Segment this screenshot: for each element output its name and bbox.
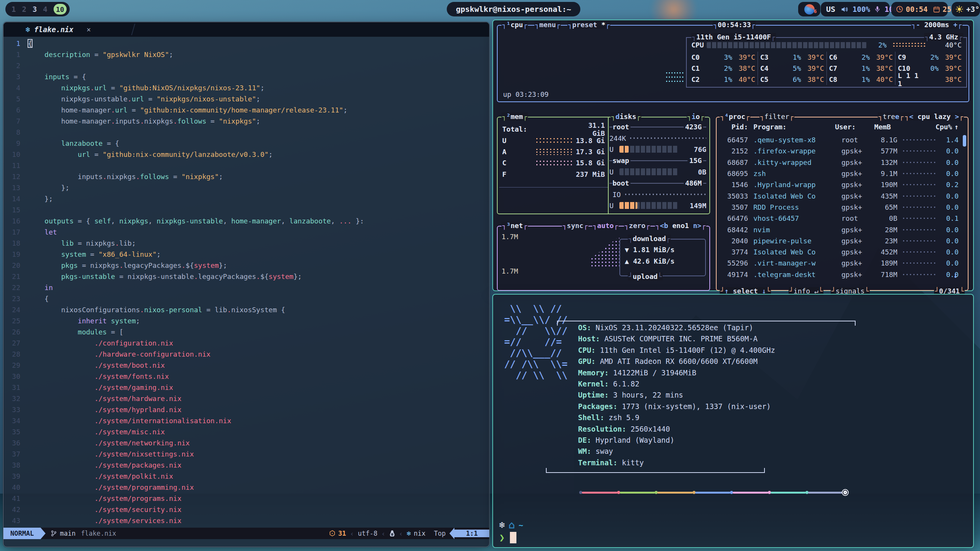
tray-browser-icon[interactable]: 6: [798, 2, 820, 16]
editor-line[interactable]: 1{: [3, 38, 489, 49]
editor-line[interactable]: 15: [3, 204, 489, 215]
editor-line[interactable]: 18 lib = nixpkgs.lib;: [3, 238, 489, 249]
kitty-terminal-window[interactable]: ❄ flake.nix × 1{1 description = "gpskwlk…: [3, 22, 490, 547]
process-row[interactable]: 68442nvimgpsk+28M0.0: [720, 224, 959, 235]
workspace-2[interactable]: 2: [22, 5, 26, 13]
workspace-4[interactable]: 4: [43, 5, 47, 13]
editor-line[interactable]: 2: [3, 60, 489, 71]
editor-line[interactable]: 20 pkgs = nixpkgs.legacyPackages.${syste…: [3, 260, 489, 271]
proc-panel-title[interactable]: ┐⁴proc┌: [720, 112, 750, 121]
editor-line[interactable]: 14 };: [3, 193, 489, 204]
neofetch-window[interactable]: \\ \\ // =\\__\\/ // // \\// =// //= //\…: [492, 294, 974, 548]
editor-line[interactable]: 39 ./system/polkit.nix: [3, 471, 489, 482]
net-panel-title[interactable]: ┐³net┌: [501, 222, 528, 230]
sun-icon: [956, 5, 963, 13]
editor-line[interactable]: 17 let: [3, 227, 489, 238]
editor-line[interactable]: 37 ./system/nixsettings.nix: [3, 448, 489, 460]
editor-line[interactable]: 13 };: [3, 182, 489, 193]
process-row[interactable]: 2040pipewire-pulsegpsk+23M0.0: [720, 235, 959, 246]
process-row[interactable]: 66476vhost-66457root0B0.1: [720, 213, 959, 224]
disks-toggle[interactable]: ┐disks┌: [611, 112, 641, 121]
process-row[interactable]: 55296.virt-manager-wgpsk+189M0.0: [720, 258, 959, 269]
scroll-more-icon[interactable]: ↓: [953, 271, 958, 280]
editor-line[interactable]: 21 pkgs-unstable = nixpkgs-unstable.lega…: [3, 271, 489, 282]
process-row[interactable]: 3507RDD Processgpsk+65M0.0: [720, 202, 959, 213]
btop-window[interactable]: ┐¹cpu┌ ┐menu┌ ┐preset *┌ ┐00:54:33┌ ┐- 2…: [492, 20, 974, 291]
filter-button[interactable]: ┐filter┌: [760, 112, 794, 121]
color-segment: [695, 492, 731, 494]
editor-line[interactable]: 38 ./system/packages.nix: [3, 460, 489, 471]
editor-line[interactable]: 41 ./system/programs.nix: [3, 493, 489, 504]
menu-button[interactable]: ┐menu┌: [534, 21, 561, 29]
editor-line[interactable]: 32 ./system/hardware.nix: [3, 393, 489, 404]
net-sync-button[interactable]: ┐sync┌: [562, 222, 588, 230]
process-row[interactable]: 68695zshgpsk+9.1M0.0: [720, 168, 959, 179]
process-row[interactable]: 1546.Hyprland-wrappgpsk+190M0.2: [720, 179, 959, 190]
keyboard-layout[interactable]: US: [826, 5, 835, 14]
editor-line[interactable]: 25 inherit system;: [3, 315, 489, 326]
tray-audio-group[interactable]: US 100% 100%: [821, 2, 890, 16]
editor-line[interactable]: 27 ./configuration.nix: [3, 337, 489, 349]
preset-button[interactable]: ┐preset *┌: [567, 21, 610, 29]
workspace-3[interactable]: 3: [33, 5, 37, 13]
proc-scrollbar[interactable]: [963, 135, 966, 147]
editor-lines[interactable]: 1{1 description = "gpskwlkr NixOS";23 in…: [3, 37, 489, 526]
editor-line[interactable]: 7 home-manager.inputs.nixpkgs.follows = …: [3, 116, 489, 127]
net-auto-button[interactable]: ┐auto┌: [592, 222, 619, 230]
net-zero-button[interactable]: ┐zero┌: [624, 222, 650, 230]
editor-line[interactable]: 12 inputs.nixpkgs.follows = "nixpkgs";: [3, 171, 489, 182]
tray-clock-group[interactable]: 00:54 25/03: [891, 2, 948, 16]
core-row: C21%40°C: [691, 74, 755, 85]
editor-line[interactable]: 10 url = "github:nix-community/lanzaboot…: [3, 149, 489, 160]
editor-line[interactable]: 26 modules = [: [3, 326, 489, 337]
tab-flake-nix[interactable]: ❄ flake.nix ×: [3, 22, 134, 37]
process-row[interactable]: 49174.telegram-desktgpsk+718M0.0: [720, 269, 959, 280]
editor-line[interactable]: 1 description = "gpskwlkr NixOS";: [3, 49, 489, 60]
io-toggle[interactable]: ┐io┌: [687, 112, 705, 121]
system-info: OS: NixOS 23.11.20240322.56528ee (Tapir)…: [578, 322, 775, 468]
editor-line[interactable]: 30 ./system/fonts.nix: [3, 371, 489, 382]
tray-weather[interactable]: +3°: [952, 2, 980, 16]
net-interface-selector[interactable]: ┐<b eno1 n>┌: [655, 222, 706, 230]
workspace-1[interactable]: 1: [11, 5, 16, 13]
editor-line[interactable]: 19 system = "x86_64-linux";: [3, 249, 489, 260]
editor-line[interactable]: 29 ./system/boot.nix: [3, 360, 489, 371]
editor-line[interactable]: 9 lanzaboote = {: [3, 138, 489, 149]
tree-button[interactable]: ┐tree┌: [878, 112, 904, 121]
workspace-10[interactable]: 10: [54, 4, 67, 15]
editor-line[interactable]: 4 nixpkgs.url = "github:NixOS/nixpkgs/ni…: [3, 82, 489, 93]
sort-selector[interactable]: ┐< cpu lazy >┌: [904, 112, 964, 121]
process-row[interactable]: 66457.qemu-system-x8root8.1G1.4: [720, 134, 959, 145]
editor-line[interactable]: 3 inputs = {: [3, 71, 489, 82]
disk-root-io: 244K: [609, 132, 706, 143]
editor-line[interactable]: 33 ./system/hyprland.nix: [3, 404, 489, 415]
proc-header-row[interactable]: Pid: Program: User: MemB Cpu% ↑: [720, 123, 959, 131]
editor-line[interactable]: 42 ./system/security.nix: [3, 504, 489, 515]
editor-line[interactable]: 8: [3, 127, 489, 138]
editor-line[interactable]: 35 ./system/misc.nix: [3, 426, 489, 437]
editor-line[interactable]: 43 ./system/services.nix: [3, 515, 489, 526]
editor-line[interactable]: 6 home-manager.url = "github:nix-communi…: [3, 104, 489, 116]
process-row[interactable]: 2152.firefox-wrappegpsk+577M0.0: [720, 145, 959, 156]
editor-line[interactable]: 24 nixosConfigurations.nixos-personal = …: [3, 304, 489, 315]
workspace-switcher[interactable]: 123410: [5, 2, 70, 16]
update-interval[interactable]: ┐- 2000ms +┌: [911, 21, 962, 29]
editor-line[interactable]: 40 ./system/programming.nix: [3, 482, 489, 493]
process-row[interactable]: 68687.kitty-wrappedgpsk+132M0.0: [720, 157, 959, 168]
editor-line[interactable]: 5 nixpkgs-unstable.url = "nixpkgs/nixos-…: [3, 93, 489, 104]
editor-line[interactable]: 36 ./system/networking.nix: [3, 437, 489, 448]
editor-line[interactable]: 16 outputs = { self, nixpkgs, nixpkgs-un…: [3, 215, 489, 227]
editor-line[interactable]: 34 ./system/internationalisation.nix: [3, 415, 489, 426]
shell-prompt-input[interactable]: ❯: [499, 532, 516, 543]
tab-close-icon[interactable]: ×: [87, 25, 91, 34]
mem-panel-title[interactable]: ┐²mem┌: [501, 112, 528, 121]
cpu-panel-title[interactable]: ┐¹cpu┌: [501, 21, 528, 29]
process-row[interactable]: 3774Isolated Web Cogpsk+452M0.0: [720, 246, 959, 258]
editor-line[interactable]: 23 {: [3, 293, 489, 304]
editor-line[interactable]: 28 ./hardware-configuration.nix: [3, 349, 489, 360]
editor-line[interactable]: 22 in: [3, 282, 489, 293]
editor-line[interactable]: 31 ./system/gaming.nix: [3, 382, 489, 393]
process-row[interactable]: 35033Isolated Web Cogpsk+435M0.0: [720, 190, 959, 201]
editor-line[interactable]: 11: [3, 160, 489, 171]
info-line: Resolution: 980x551: [578, 424, 775, 435]
